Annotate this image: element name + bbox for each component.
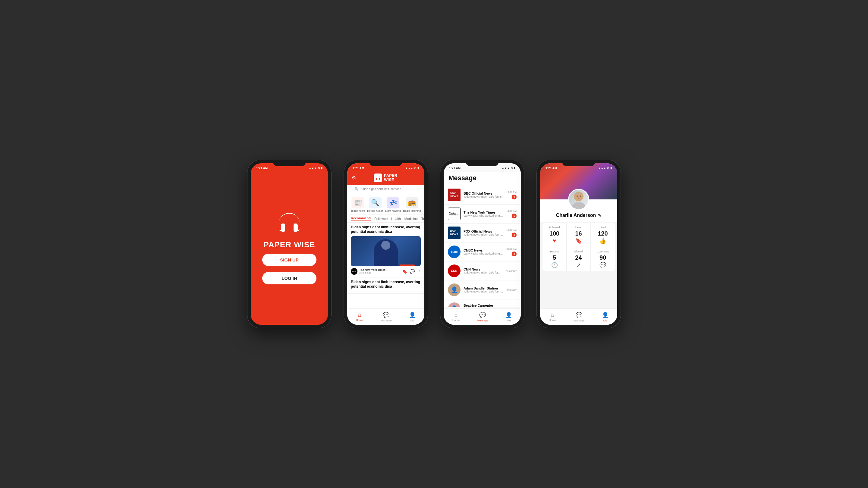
notch [369,160,402,166]
avatar-illustration [569,190,588,209]
msg-time: 09:21 AM [506,248,517,250]
clock-icon: 🕐 [551,262,558,268]
nav-home[interactable]: ⌂ Home [453,312,460,322]
stat-liked[interactable]: Liked 120 👍 [591,223,615,247]
tab-recommend[interactable]: Recommend [351,216,371,221]
nyt-avatar: The New York Times [448,207,461,220]
signup-button[interactable]: SIGN UP [262,254,316,266]
bottom-nav: ⌂ Home 💬 Message 👤 Me [347,308,424,325]
status-icons: ▲▲▲ ⊙ ▮ [501,167,516,170]
msg-content: The New York Times Larry Rasky, who work… [464,210,503,217]
headphone-logo [277,212,301,233]
messages-screen: 1:21 AM ▲▲▲ ⊙ ▮ Message BBCNEWS BBC Offi… [444,163,521,325]
category-refute-rumor[interactable]: 🔍 Refute rumor [367,197,383,213]
tab-medicine[interactable]: Medicine [404,217,418,221]
stat-comment[interactable]: Comment 90 💬 [591,247,615,271]
nav-me[interactable]: 👤 Me [505,312,512,322]
logo-icon [374,173,382,182]
msg-preview: Today's news: Biden aide forms Unite t [464,195,504,198]
nav-me-label: Me [603,319,607,322]
svg-rect-1 [294,225,297,231]
message-item-cnn[interactable]: CNN CNN News Today's news: Biden aide fo… [444,261,521,281]
share-icon[interactable]: ↗ [417,269,421,274]
nav-me[interactable]: 👤 Me [602,312,609,322]
login-button[interactable]: LOG IN [262,272,316,284]
cnbc-avatar: CNBC [448,246,461,258]
msg-time: Yesterday [506,270,517,272]
notch [466,160,499,166]
stat-followed[interactable]: Followed 100 ♥ [542,223,567,247]
profile-icon: 👤 [505,312,512,318]
heart-icon: ♥ [553,238,556,244]
nav-home[interactable]: ⌂ Home [356,312,363,322]
message-item-beatrice[interactable]: 👤 Beatrice Carpenter News Today's news: … [444,299,521,307]
share-icon: ↗ [576,262,581,268]
stat-shared[interactable]: Shared 24 ↗ [567,247,591,271]
nav-me-label: Me [507,319,511,322]
wifi-icon: ⊙ [510,167,513,170]
message-item-nyt[interactable]: The New York Times The New York Times La… [444,204,521,224]
source-info: NYT The New York Times 30 min ago [351,268,385,275]
status-time: 1:21 AM [449,167,461,170]
stat-recent[interactable]: Recent 5 🕐 [542,247,567,271]
bottom-nav: ⌂ Home 💬 Message 👤 Me [540,308,617,325]
battery-icon: ▮ [610,167,612,170]
svg-rect-3 [379,178,380,180]
msg-badge: 1 [512,214,517,218]
stat-saved[interactable]: Saved 16 🔖 [567,223,591,247]
refute-rumor-icon: 🔍 [369,197,381,208]
bookmark-icon: 🔖 [575,238,582,244]
category-label: Radio listening [403,209,421,213]
nav-me[interactable]: 👤 Me [409,312,415,322]
profile-screen: 1:21 AM ▲▲▲ ⊙ ▮ [540,163,617,325]
nav-message[interactable]: 💬 Message [574,312,585,322]
news-title: Biden signs debt limit increase, avertin… [351,225,421,234]
nav-message-label: Message [574,319,585,322]
nav-message[interactable]: 💬 Message [477,312,488,322]
phones-container: 1:21 AM ▲▲▲ ⊙ ▮ PAPER WISE SIGN UP LOG I… [235,148,633,340]
svg-rect-2 [376,178,377,180]
gear-icon[interactable]: ⚙ [351,174,356,181]
message-item-adam[interactable]: 👤 Adam Sandler Station Today's news: Bid… [444,281,521,299]
status-icons: ▲▲▲ ⊙ ▮ [598,167,612,170]
msg-right: 11:01 AM 1 [506,210,517,218]
today-news-icon: 📰 [351,197,364,208]
phone-messages: 1:21 AM ▲▲▲ ⊙ ▮ Message BBCNEWS BBC Offi… [440,160,524,328]
category-radio[interactable]: 📻 Radio listening [403,197,421,213]
search-bar[interactable]: 🔍 Biden signs debt limit increase [351,185,421,193]
stat-number: 16 [575,230,582,237]
notch [273,160,306,166]
msg-badge: 2 [512,252,517,256]
svg-point-8 [580,195,581,197]
nav-message-label: Message [477,319,488,322]
message-icon: 💬 [383,312,390,318]
light-reading-icon: 💤 [387,197,399,208]
category-today-news[interactable]: 📰 Today news [351,197,365,213]
message-item-cnbc[interactable]: CNBC CNBC News Larry Rasky, who worked o… [444,242,521,261]
category-light-reading[interactable]: 💤 Light reading [385,197,401,213]
feed-content: Biden signs debt limit increase, avertin… [347,223,424,310]
nav-home[interactable]: ⌂ Home [549,312,556,322]
news-title: Biden signs debt limit increase, avertin… [351,280,421,289]
message-item-fox[interactable]: FOXNEWS FOX Official News Today's news: … [444,224,521,242]
nav-home-label: Home [549,319,556,322]
nav-message[interactable]: 💬 Message [381,312,392,322]
message-item-bbc[interactable]: BBCNEWS BBC Official News Today's news: … [444,186,521,204]
news-item-1[interactable]: Biden signs debt limit increase, avertin… [347,223,424,278]
stat-label: Liked [599,226,606,229]
tab-followed[interactable]: Followed [374,217,388,221]
comment-icon[interactable]: 💬 [410,269,415,274]
user-name: Charlie Anderson [556,213,596,218]
messages-header: Message [444,172,521,186]
app-header: ⚙ PAPERWISE [347,172,424,185]
msg-time: 11:01 AM [506,210,517,213]
edit-icon[interactable]: ✎ [598,213,601,218]
tab-more[interactable]: Tr [421,217,424,221]
bookmark-icon[interactable]: 🔖 [402,269,407,274]
msg-right: 3:09 PM 3 [507,191,517,199]
tab-health[interactable]: Health [391,217,401,221]
news-item-2[interactable]: Biden signs debt limit increase, avertin… [347,278,424,294]
msg-preview: Larry Rasky, who worked on Biden's aid [464,214,503,217]
msg-name: Adam Sandler Station [464,287,504,290]
nav-message-label: Message [381,319,392,322]
